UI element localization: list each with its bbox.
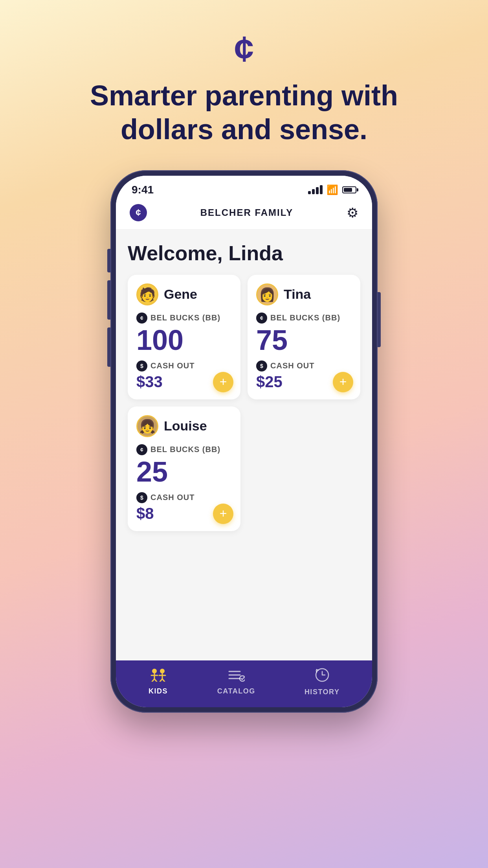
louise-name: Louise [164, 418, 207, 434]
nav-kids-label: KIDS [149, 687, 168, 695]
louise-header: 👧 Louise [136, 415, 232, 437]
nav-catalog-label: CATALOG [217, 687, 255, 695]
tina-cash-label: $ CASH OUT [256, 360, 352, 371]
tina-currency-text: BEL BUCKS (BB) [270, 313, 340, 322]
status-bar: 9:41 📶 [116, 176, 372, 200]
svg-point-0 [152, 669, 157, 673]
louise-currency-icon: ¢ [136, 444, 147, 455]
louise-add-button[interactable]: + [213, 504, 233, 524]
tina-cash-text: CASH OUT [270, 361, 314, 370]
tina-header: 👩 Tina [256, 283, 352, 305]
catalog-icon [227, 668, 245, 685]
gene-cash-label: $ CASH OUT [136, 360, 232, 371]
tina-avatar-img: 👩 [259, 288, 275, 301]
svg-line-4 [154, 679, 157, 682]
kids-icon [149, 668, 168, 685]
top-section: ¢ Smarter parenting with dollars and sen… [0, 0, 488, 170]
history-icon [315, 668, 330, 686]
gene-avatar-img: 🧑 [139, 288, 156, 301]
kid-card-tina[interactable]: 👩 Tina ¢ BEL BUCKS (BB) 75 $ CASH OUT [248, 275, 360, 399]
tina-name: Tina [284, 287, 311, 302]
louise-cash-icon: $ [136, 492, 147, 503]
louise-bucks: 25 [136, 458, 232, 486]
phone-power [378, 292, 381, 347]
nav-history-label: HISTORY [305, 688, 340, 696]
gene-currency-text: BEL BUCKS (BB) [150, 313, 220, 322]
phone-volume-down [107, 327, 110, 367]
phone-volume-mute [107, 249, 110, 272]
louise-currency-text: BEL BUCKS (BB) [150, 445, 220, 454]
nav-history[interactable]: HISTORY [305, 668, 340, 696]
kid-card-gene[interactable]: 🧑 Gene ¢ BEL BUCKS (BB) 100 $ CASH OUT [128, 275, 240, 399]
settings-icon[interactable]: ⚙ [347, 205, 358, 221]
nav-kids[interactable]: KIDS [149, 668, 168, 695]
louise-cash-text: CASH OUT [150, 493, 194, 502]
bottom-nav: KIDS CATALOG [116, 660, 372, 707]
battery-fill [344, 188, 352, 192]
tina-bucks: 75 [256, 326, 352, 354]
gene-currency-label: ¢ BEL BUCKS (BB) [136, 313, 232, 324]
welcome-text: Welcome, Linda [128, 241, 360, 265]
app-content: Welcome, Linda 🧑 Gene ¢ BEL BUCKS (BB) [116, 230, 372, 660]
tina-avatar: 👩 [256, 283, 278, 305]
app-logo: ¢ [130, 204, 147, 221]
signal-icon [308, 185, 323, 194]
louise-currency-label: ¢ BEL BUCKS (BB) [136, 444, 232, 455]
battery-icon [342, 186, 356, 193]
louise-cash-label: $ CASH OUT [136, 492, 232, 503]
phone-volume-up [107, 280, 110, 320]
tina-cash-icon: $ [256, 360, 267, 371]
brand-logo: ¢ [234, 31, 254, 67]
louise-avatar: 👧 [136, 415, 158, 437]
svg-point-5 [160, 669, 165, 673]
phone-screen: 9:41 📶 ¢ BELCHER FAMILY [116, 176, 372, 707]
signal-bar-3 [316, 187, 319, 194]
tina-currency-label: ¢ BEL BUCKS (BB) [256, 313, 352, 324]
gene-add-button[interactable]: + [213, 372, 233, 392]
wifi-icon: 📶 [327, 184, 338, 195]
family-name: BELCHER FAMILY [200, 207, 293, 218]
gene-bucks: 100 [136, 326, 232, 354]
svg-line-9 [162, 679, 165, 682]
louise-avatar-img: 👧 [139, 419, 156, 433]
tina-currency-icon: ¢ [256, 313, 267, 324]
gene-currency-icon: ¢ [136, 313, 147, 324]
app-header: ¢ BELCHER FAMILY ⚙ [116, 200, 372, 230]
kids-grid: 🧑 Gene ¢ BEL BUCKS (BB) 100 $ CASH OUT [128, 275, 360, 531]
gene-cash-icon: $ [136, 360, 147, 371]
phone-mockup: 9:41 📶 ¢ BELCHER FAMILY [110, 170, 378, 713]
signal-bar-2 [312, 189, 315, 194]
gene-avatar: 🧑 [136, 283, 158, 305]
status-time: 9:41 [132, 184, 154, 196]
gene-name: Gene [164, 287, 197, 302]
tagline: Smarter parenting with dollars and sense… [67, 79, 421, 147]
status-icons: 📶 [308, 184, 356, 195]
tina-add-button[interactable]: + [333, 372, 353, 392]
gene-cash-text: CASH OUT [150, 361, 194, 370]
signal-bar-1 [308, 191, 311, 194]
kid-card-louise[interactable]: 👧 Louise ¢ BEL BUCKS (BB) 25 $ CASH OUT [128, 406, 240, 531]
nav-catalog[interactable]: CATALOG [217, 668, 255, 695]
phone-outer: 9:41 📶 ¢ BELCHER FAMILY [110, 170, 378, 713]
signal-bar-4 [320, 185, 323, 194]
gene-header: 🧑 Gene [136, 283, 232, 305]
